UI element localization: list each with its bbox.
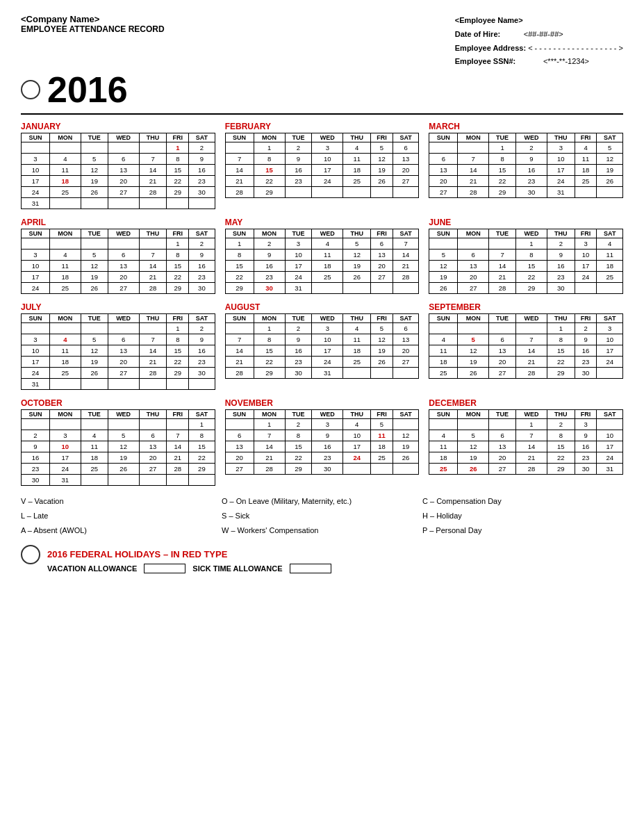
- cal-cell: 22: [225, 272, 254, 283]
- cal-cell: 20: [108, 272, 139, 283]
- day-header-thu: THU: [547, 314, 575, 323]
- cal-cell: 23: [22, 464, 50, 475]
- day-header-sun: SUN: [22, 314, 50, 323]
- cal-cell: 25: [312, 272, 343, 283]
- cal-cell: 7: [393, 238, 419, 250]
- cal-cell: 24: [22, 187, 50, 198]
- legend-col2: O – On Leave (Military, Maternity, etc.)…: [222, 494, 422, 538]
- day-header-fri: FRI: [371, 314, 393, 323]
- day-header-fri: FRI: [575, 410, 597, 419]
- cal-cell: 14: [225, 345, 254, 357]
- cal-cell: 19: [429, 272, 458, 283]
- month-october: OCTOBERSUNMONTUEWEDTHUFRISAT123456789101…: [21, 398, 215, 486]
- cal-cell: 31: [597, 464, 623, 475]
- cal-cell: 13: [429, 165, 458, 176]
- cal-cell: 20: [393, 165, 419, 176]
- day-header-wed: WED: [515, 314, 547, 323]
- cal-cell: 27: [225, 464, 254, 475]
- day-header-thu: THU: [343, 410, 371, 419]
- cal-cell: 23: [254, 272, 285, 283]
- cal-cell: 18: [371, 441, 393, 452]
- employee-address-val: < - - - - - - - - - - - - - - - - - - >: [528, 44, 623, 52]
- month-august: AUGUSTSUNMONTUEWEDTHUFRISAT1234567891011…: [225, 302, 420, 390]
- cal-cell: 5: [597, 142, 623, 154]
- cal-cell: [139, 198, 167, 209]
- cal-cell: 2: [547, 419, 575, 430]
- cal-cell: [189, 379, 215, 390]
- day-header-mon: MON: [49, 314, 81, 323]
- cal-cell: 4: [343, 142, 371, 154]
- cal-cell: 17: [575, 261, 597, 272]
- cal-cell: [81, 419, 108, 430]
- cal-cell: 20: [108, 357, 139, 368]
- cal-cell: 19: [458, 357, 489, 368]
- cal-cell: 16: [285, 345, 312, 357]
- cal-cell: [371, 464, 393, 475]
- cal-cell: [108, 475, 139, 486]
- cal-cell: 9: [575, 334, 597, 345]
- cal-cell: 17: [49, 452, 81, 464]
- day-header-sun: SUN: [429, 314, 458, 323]
- day-header-thu: THU: [139, 133, 167, 142]
- cal-cell: [81, 379, 108, 390]
- legend-item: P – Personal Day: [422, 523, 623, 538]
- cal-cell: 21: [393, 261, 419, 272]
- cal-cell: 24: [285, 272, 312, 283]
- vacation-allowance-box[interactable]: [144, 564, 185, 573]
- cal-cell: 10: [597, 430, 623, 441]
- day-header-sun: SUN: [22, 410, 50, 419]
- cal-cell: 7: [167, 430, 189, 441]
- day-header-sat: SAT: [189, 410, 215, 419]
- cal-cell: 28: [167, 464, 189, 475]
- cal-cell: 28: [515, 368, 547, 379]
- sick-time-box[interactable]: [290, 564, 331, 573]
- cal-cell: 15: [225, 261, 254, 272]
- day-header-mon: MON: [458, 229, 489, 238]
- day-header-tue: TUE: [81, 133, 108, 142]
- day-header-fri: FRI: [575, 133, 597, 142]
- day-header-tue: TUE: [81, 229, 108, 238]
- month-name-may: MAY: [225, 218, 420, 227]
- attendance-record-title: EMPLOYEE ATTENDANCE RECORD: [21, 24, 165, 34]
- cal-cell: 13: [108, 345, 139, 357]
- cal-cell: 27: [371, 272, 393, 283]
- cal-cell: 9: [547, 250, 575, 261]
- cal-cell: 10: [285, 250, 312, 261]
- cal-cell: 9: [22, 441, 50, 452]
- cal-cell: 21: [225, 176, 254, 187]
- cal-cell: 3: [312, 323, 343, 334]
- cal-cell: 22: [285, 452, 312, 464]
- cal-cell: 29: [254, 368, 285, 379]
- cal-cell: 25: [343, 357, 371, 368]
- cal-cell: 5: [429, 250, 458, 261]
- day-header-sat: SAT: [393, 229, 419, 238]
- cal-cell: 8: [189, 430, 215, 441]
- cal-cell: 8: [547, 334, 575, 345]
- cal-cell: 13: [108, 261, 139, 272]
- cal-cell: 6: [139, 430, 167, 441]
- cal-cell: 19: [81, 357, 108, 368]
- cal-cell: 24: [312, 357, 343, 368]
- day-header-tue: TUE: [81, 410, 108, 419]
- employee-address-label: Employee Address:: [455, 44, 526, 52]
- day-header-sun: SUN: [225, 314, 254, 323]
- cal-cell: [429, 323, 458, 334]
- cal-cell: 4: [597, 238, 623, 250]
- day-header-tue: TUE: [285, 133, 312, 142]
- cal-cell: 5: [371, 323, 393, 334]
- cal-cell: 29: [489, 187, 516, 198]
- cal-cell: 1: [515, 419, 547, 430]
- cal-cell: 30: [189, 283, 215, 294]
- cal-cell: 21: [139, 176, 167, 187]
- cal-cell: [393, 368, 419, 379]
- cal-cell: 15: [489, 165, 516, 176]
- cal-cell: 2: [189, 323, 215, 334]
- cal-cell: 6: [225, 430, 254, 441]
- day-header-sun: SUN: [225, 133, 254, 142]
- cal-cell: [81, 238, 108, 250]
- cal-cell: 11: [429, 441, 458, 452]
- cal-cell: 19: [81, 176, 108, 187]
- cal-cell: [458, 323, 489, 334]
- month-november: NOVEMBERSUNMONTUEWEDTHUFRISAT12345678910…: [225, 398, 420, 486]
- cal-cell: 4: [343, 323, 371, 334]
